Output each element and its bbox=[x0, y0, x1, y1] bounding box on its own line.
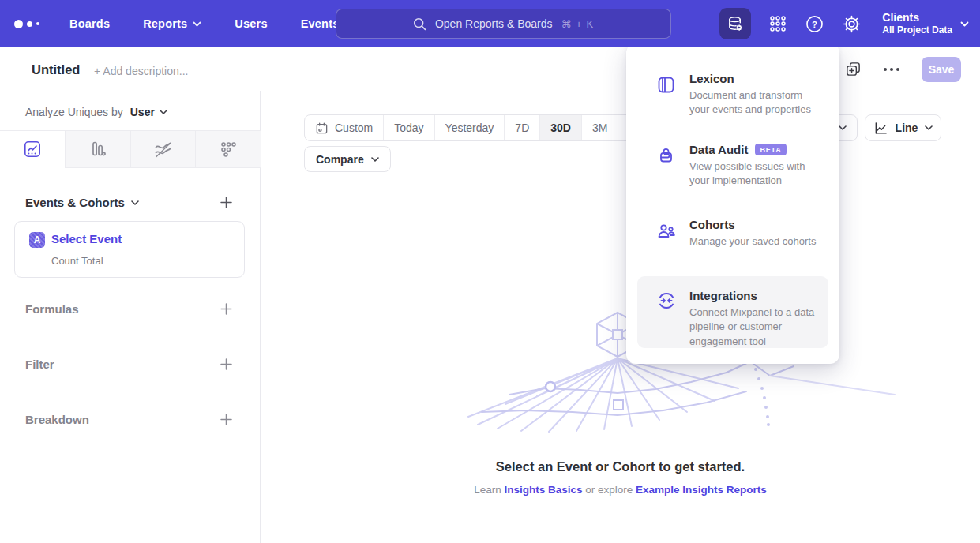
analyze-row: Analyze Uniques by User bbox=[25, 106, 167, 118]
date-range-30d[interactable]: 30D bbox=[539, 115, 581, 140]
events-section-header: Events & Cohorts bbox=[25, 194, 235, 211]
data-management-button[interactable] bbox=[719, 8, 751, 39]
beta-badge: BETA bbox=[755, 144, 786, 155]
save-button[interactable]: Save bbox=[922, 57, 961, 82]
chevron-down-icon bbox=[131, 200, 139, 205]
menu-item-title: Lexicon bbox=[689, 72, 734, 85]
menu-item-description: View possible issues with your implement… bbox=[689, 159, 824, 189]
nav-item-users[interactable]: Users bbox=[235, 17, 267, 30]
calendar-icon bbox=[315, 122, 329, 135]
cohorts-icon bbox=[656, 220, 677, 241]
plus-icon bbox=[220, 197, 232, 208]
insights-basics-link[interactable]: Insights Basics bbox=[504, 484, 582, 496]
event-card[interactable]: A Select Event Count Total bbox=[14, 221, 245, 278]
date-range-today[interactable]: Today bbox=[383, 115, 434, 140]
add-filter-button[interactable] bbox=[218, 356, 235, 373]
add-formula-button[interactable] bbox=[218, 301, 235, 317]
learn-prefix: Learn bbox=[474, 484, 504, 496]
event-letter-badge: A bbox=[29, 232, 45, 248]
report-description-input[interactable]: + Add description... bbox=[94, 65, 188, 77]
menu-item-description: Document and transform your events and p… bbox=[689, 88, 824, 118]
project-name: Clients bbox=[882, 11, 952, 25]
empty-state-title: Select an Event or Cohort to get started… bbox=[261, 459, 980, 474]
question-circle-icon: ? bbox=[805, 14, 824, 34]
top-navbar: Boards Reports Users Events Open Reports… bbox=[0, 0, 980, 47]
database-gear-icon bbox=[727, 15, 745, 33]
nav-item-boards[interactable]: Boards bbox=[69, 17, 110, 30]
add-breakdown-button[interactable] bbox=[218, 411, 235, 428]
tab-bar-chart[interactable] bbox=[65, 131, 130, 168]
menu-item-title: Integrations bbox=[689, 289, 757, 302]
report-title[interactable]: Untitled bbox=[32, 62, 80, 77]
gear-icon bbox=[842, 14, 862, 34]
select-event-label: Select Event bbox=[51, 232, 122, 245]
more-options-button[interactable] bbox=[880, 65, 903, 74]
nav-item-label: Events bbox=[301, 17, 340, 30]
filter-label: Filter bbox=[25, 358, 54, 371]
date-range-3m[interactable]: 3M bbox=[581, 115, 618, 140]
chevron-down-icon bbox=[160, 110, 167, 114]
date-range-custom[interactable]: Custom bbox=[305, 115, 383, 140]
help-button[interactable]: ? bbox=[805, 14, 824, 34]
middle-text: or explore bbox=[582, 484, 636, 496]
report-actions: Save bbox=[845, 47, 961, 91]
mixpanel-logo-icon[interactable] bbox=[14, 20, 52, 28]
chart-style-selector[interactable]: Line bbox=[865, 114, 941, 141]
nav-item-label: Boards bbox=[69, 17, 110, 30]
chart-type-tabs bbox=[0, 130, 261, 168]
project-selector[interactable]: Clients All Project Data bbox=[882, 11, 969, 37]
global-search-input[interactable]: Open Reports & Boards ⌘ + K bbox=[336, 9, 671, 39]
analyze-entity-selector[interactable]: User bbox=[130, 106, 167, 118]
tab-insights-trend[interactable] bbox=[0, 131, 65, 168]
date-range-label: 7D bbox=[515, 122, 529, 134]
nav-item-label: Reports bbox=[143, 17, 187, 30]
analyze-entity-value: User bbox=[130, 106, 155, 118]
example-reports-link[interactable]: Example Insights Reports bbox=[636, 484, 767, 496]
date-range-7d[interactable]: 7D bbox=[504, 115, 539, 140]
analyze-label: Analyze Uniques by bbox=[25, 106, 123, 118]
menu-item-description: Manage your saved cohorts bbox=[689, 234, 824, 249]
nav-item-events[interactable]: Events bbox=[301, 17, 340, 30]
breakdown-label: Breakdown bbox=[25, 413, 89, 426]
query-builder-sidebar: Analyze Uniques by User bbox=[0, 91, 261, 543]
date-range-label: Today bbox=[394, 122, 423, 134]
tab-metric[interactable] bbox=[195, 131, 261, 168]
project-scope: All Project Data bbox=[882, 24, 952, 36]
menu-item-data-audit[interactable]: Data Audit BETA View possible issues wit… bbox=[637, 138, 828, 206]
primary-nav: Boards Reports Users Events bbox=[69, 17, 339, 30]
line-chart-tab-icon bbox=[23, 140, 42, 159]
compare-label: Compare bbox=[316, 153, 364, 166]
settings-button[interactable] bbox=[842, 14, 862, 34]
chart-style-label: Line bbox=[896, 122, 918, 134]
empty-state-links: Learn Insights Basics or explore Example… bbox=[261, 484, 980, 496]
nav-item-reports[interactable]: Reports bbox=[143, 17, 201, 30]
apps-grid-button[interactable] bbox=[768, 14, 787, 33]
chevron-down-icon bbox=[925, 125, 933, 130]
date-range-control: Custom Today Yesterday 7D 30D 3M 6M bbox=[304, 114, 655, 141]
event-aggregation-label: Count Total bbox=[51, 255, 103, 267]
formulas-section-header: Formulas bbox=[25, 301, 235, 317]
menu-item-cohorts[interactable]: Cohorts Manage your saved cohorts bbox=[637, 213, 828, 264]
date-range-yesterday[interactable]: Yesterday bbox=[434, 115, 505, 140]
add-event-button[interactable] bbox=[218, 194, 235, 211]
stacked-chart-tab-icon bbox=[153, 140, 173, 159]
menu-item-lexicon[interactable]: Lexicon Document and transform your even… bbox=[637, 67, 828, 130]
menu-item-title: Cohorts bbox=[689, 218, 735, 231]
integrations-icon bbox=[656, 290, 677, 311]
plus-icon bbox=[220, 414, 232, 425]
line-chart-icon bbox=[873, 121, 888, 136]
tab-stacked-chart[interactable] bbox=[130, 131, 196, 168]
duplicate-icon[interactable] bbox=[845, 61, 862, 77]
menu-item-description: Connect Mixpanel to a data pipeline or c… bbox=[689, 305, 824, 349]
compare-button[interactable]: Compare bbox=[304, 146, 391, 172]
search-shortcut: ⌘ + K bbox=[561, 18, 595, 30]
menu-item-integrations[interactable]: Integrations Connect Mixpanel to a data … bbox=[637, 276, 828, 348]
plus-icon bbox=[220, 358, 232, 370]
date-range-label: 30D bbox=[550, 122, 571, 134]
search-icon bbox=[413, 17, 426, 31]
bar-chart-tab-icon bbox=[88, 140, 107, 159]
search-placeholder: Open Reports & Boards bbox=[435, 17, 553, 30]
events-section-toggle[interactable]: Events & Cohorts bbox=[25, 196, 139, 209]
date-range-label: Yesterday bbox=[445, 122, 494, 134]
plus-icon bbox=[220, 303, 232, 315]
